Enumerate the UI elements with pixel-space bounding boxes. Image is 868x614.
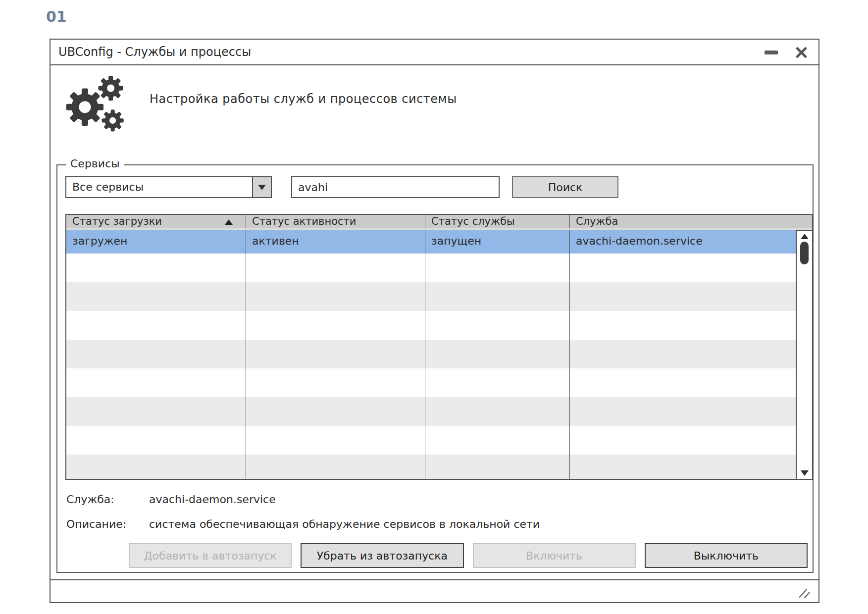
empty-cell: [425, 282, 570, 311]
service-value: avachi-daemon.service: [149, 493, 276, 506]
search-button[interactable]: Поиск: [512, 176, 618, 198]
empty-cell: [66, 397, 246, 426]
close-icon[interactable]: [794, 45, 809, 60]
description-label: Описание:: [66, 518, 146, 530]
empty-cell: [246, 397, 425, 426]
minimize-icon[interactable]: [765, 51, 778, 54]
empty-cell: [570, 311, 812, 340]
cell-load-status: загружен: [66, 230, 246, 254]
empty-cell: [66, 311, 246, 340]
empty-cell: [570, 340, 812, 368]
empty-cell: [425, 426, 570, 455]
column-header-active-status[interactable]: Статус активности: [246, 215, 425, 228]
app-description: Настройка работы служб и процессов систе…: [150, 92, 457, 106]
table-row-empty: [66, 254, 812, 282]
add-to-autostart-button: Добавить в автозапуск: [129, 543, 292, 568]
status-bar: [51, 579, 818, 602]
empty-cell: [425, 397, 570, 426]
remove-from-autostart-button[interactable]: Убрать из автозапуска: [301, 543, 463, 568]
resize-grip-icon[interactable]: [798, 587, 813, 599]
empty-cell: [246, 311, 425, 340]
sort-ascending-icon: [225, 219, 233, 225]
cell-service-status: запущен: [425, 230, 570, 254]
cell-active-status: активен: [246, 230, 425, 254]
scroll-up-icon[interactable]: [801, 234, 809, 239]
empty-cell: [425, 311, 570, 340]
empty-cell: [246, 455, 425, 480]
detail-service-row: Служба: avachi-daemon.service: [66, 493, 276, 506]
app-window: UBConfig - Службы и процессы: [50, 39, 819, 603]
services-table: Статус загрузки Статус активности Статус…: [65, 214, 813, 480]
groupbox-legend: Сервисы: [66, 157, 124, 170]
empty-cell: [246, 368, 425, 397]
gears-icon: [65, 75, 128, 134]
empty-cell: [425, 254, 570, 282]
vertical-scrollbar[interactable]: [796, 230, 812, 479]
table-row-empty: [66, 282, 812, 311]
empty-cell: [246, 426, 425, 455]
description-value: система обеспечивающая обнаружение серви…: [149, 518, 540, 530]
empty-cell: [246, 340, 425, 368]
window-titlebar: UBConfig - Службы и процессы: [51, 40, 818, 65]
empty-cell: [246, 282, 425, 311]
services-groupbox: Сервисы Все сервисы Поиск Статус загрузк…: [56, 164, 814, 573]
table-header-row: Статус загрузки Статус активности Статус…: [66, 215, 812, 230]
empty-cell: [66, 455, 246, 480]
empty-cell: [66, 426, 246, 455]
table-row-empty: [66, 368, 812, 397]
empty-cell: [570, 368, 812, 397]
empty-cell: [66, 340, 246, 368]
window-controls: [765, 40, 809, 65]
table-row-empty: [66, 426, 812, 455]
empty-cell: [570, 455, 812, 480]
search-input[interactable]: [291, 176, 500, 198]
detail-description-row: Описание: система обеспечивающая обнаруж…: [66, 518, 540, 530]
empty-cell: [570, 426, 812, 455]
chevron-down-icon: [258, 185, 266, 190]
empty-cell: [66, 282, 246, 311]
table-row-empty: [66, 340, 812, 368]
enable-service-button: Включить: [473, 543, 636, 568]
table-row-empty: [66, 397, 812, 426]
empty-cell: [425, 368, 570, 397]
empty-cell: [570, 397, 812, 426]
slide-number: 01: [46, 8, 67, 25]
empty-cell: [66, 254, 246, 282]
empty-cell: [246, 254, 425, 282]
disable-service-button[interactable]: Выключить: [645, 543, 808, 568]
empty-cell: [570, 254, 812, 282]
scrollbar-thumb[interactable]: [800, 242, 809, 264]
empty-cell: [66, 368, 246, 397]
dropdown-selected-value: Все сервисы: [66, 177, 252, 197]
mockup-canvas: { "page": { "slide_number": "01" }, "win…: [0, 0, 868, 614]
scroll-down-icon[interactable]: [801, 470, 809, 476]
cell-service-name: avachi-daemon.service: [570, 230, 812, 254]
table-empty-rows: [66, 254, 812, 480]
column-header-service-status[interactable]: Статус службы: [425, 215, 570, 228]
service-label: Служба:: [66, 493, 146, 506]
table-row-selected[interactable]: загружен активен запущен avachi-daemon.s…: [66, 230, 812, 254]
column-header-service[interactable]: Служба: [570, 215, 812, 228]
dropdown-button[interactable]: [252, 177, 271, 197]
service-filter-dropdown[interactable]: Все сервисы: [65, 176, 272, 198]
table-row-empty: [66, 455, 812, 480]
empty-cell: [425, 455, 570, 480]
table-row-empty: [66, 311, 812, 340]
action-buttons-row: Добавить в автозапуск Убрать из автозапу…: [129, 543, 808, 568]
window-title: UBConfig - Службы и процессы: [58, 45, 251, 59]
empty-cell: [570, 282, 812, 311]
empty-cell: [425, 340, 570, 368]
column-header-label: Статус загрузки: [72, 215, 162, 227]
column-header-load-status[interactable]: Статус загрузки: [66, 215, 246, 228]
